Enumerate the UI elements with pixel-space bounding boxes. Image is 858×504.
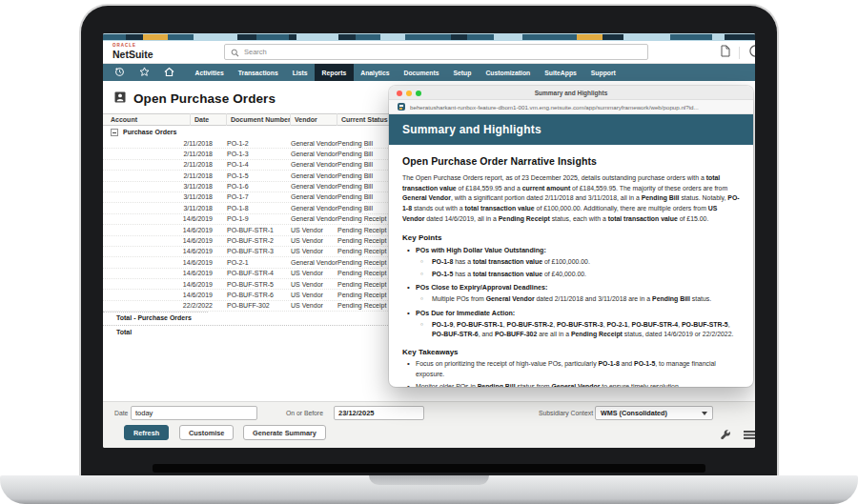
date-label: Date bbox=[114, 410, 128, 416]
cell-ven: General Vendor bbox=[291, 215, 337, 222]
cell-date: 3/11/2018 bbox=[153, 183, 213, 190]
table-row[interactable]: 3/11/2018PO-1-8General VendorPending Bil… bbox=[103, 203, 392, 213]
chevron-down-icon bbox=[702, 412, 707, 415]
refresh-button[interactable]: Refresh bbox=[124, 425, 169, 440]
cell-doc: PO-1-8 bbox=[227, 205, 249, 212]
customise-button[interactable]: Customise bbox=[179, 425, 234, 440]
popup-titlebar[interactable]: Summary and Highlights bbox=[389, 86, 753, 100]
table-header-row: AccountDateDocument NumberVendorCurrent … bbox=[103, 113, 392, 126]
wrench-icon[interactable] bbox=[721, 427, 731, 444]
generate-summary-button[interactable]: Generate Summary bbox=[243, 425, 326, 440]
netsuite-screen: ORACLE NetSuite bbox=[103, 33, 755, 448]
cell-date: 3/11/2018 bbox=[153, 193, 213, 200]
cell-ven: US Vendor bbox=[291, 237, 323, 244]
cell-ven: US Vendor bbox=[291, 281, 323, 288]
table-row[interactable]: 2/11/2018PO-1-3General VendorPending Bil… bbox=[103, 149, 392, 159]
help-icon[interactable] bbox=[748, 44, 755, 62]
cell-date: 2/11/2018 bbox=[153, 151, 213, 157]
total-group-row: Total - Purchase Orders bbox=[103, 312, 208, 325]
key-point-sub: Multiple POs from General Vendor dated 2… bbox=[402, 294, 740, 304]
table-row[interactable]: 2/11/2018PO-1-5General VendorPending Bil… bbox=[103, 171, 392, 181]
cell-ven: General Vendor bbox=[291, 205, 337, 212]
cell-status: Pending Receipt bbox=[337, 215, 386, 222]
summary-popup-window: Summary and Highlights beheratusharkant-… bbox=[389, 86, 753, 387]
header-divider bbox=[739, 47, 740, 59]
report-person-icon bbox=[114, 90, 126, 107]
nav-item-reports[interactable]: Reports bbox=[315, 64, 354, 81]
nav-item-activities[interactable]: Activities bbox=[188, 64, 231, 81]
nav-item-transactions[interactable]: Transactions bbox=[231, 64, 285, 81]
popup-header: Summary and Highlights bbox=[389, 114, 753, 145]
nav-item-analytics[interactable]: Analytics bbox=[354, 64, 397, 81]
nav-item-lists[interactable]: Lists bbox=[285, 64, 315, 81]
cell-date: 14/6/2019 bbox=[153, 248, 213, 254]
cell-doc: PO-1-3 bbox=[227, 151, 249, 157]
table-row[interactable]: 2/11/2018PO-1-2General VendorPending Bil… bbox=[103, 138, 392, 149]
key-takeaway: Monitor older POs in Pending Bill status… bbox=[402, 382, 740, 387]
column-header-date[interactable]: Date bbox=[190, 113, 226, 126]
netsuite-logo[interactable]: ORACLE NetSuite bbox=[112, 44, 153, 59]
date-input[interactable] bbox=[131, 406, 257, 420]
table-row[interactable]: 3/11/2018PO-1-6General VendorPending Bil… bbox=[103, 182, 392, 192]
cell-status: Pending Bill bbox=[337, 151, 373, 157]
cell-doc: PO-1-4 bbox=[227, 161, 249, 168]
table-row[interactable]: 3/11/2018PO-1-7General VendorPending Bil… bbox=[103, 192, 392, 203]
cell-date: 2/11/2018 bbox=[153, 161, 213, 168]
group-row-purchase-orders[interactable]: Purchase Orders bbox=[103, 126, 392, 138]
column-header-vendor[interactable]: Vendor bbox=[290, 113, 337, 126]
table-row[interactable]: 14/6/2019PO-BUF-STR-5US VendorPending Re… bbox=[103, 279, 392, 290]
search-input[interactable] bbox=[244, 48, 606, 56]
subsidiary-select[interactable]: WMS (Consolidated) bbox=[595, 406, 713, 420]
table-row[interactable]: 22/2/2022PO-BUFF-302US VendorPending Rec… bbox=[103, 301, 392, 312]
minimize-window-icon[interactable] bbox=[406, 91, 412, 96]
table-row[interactable]: 14/6/2019PO-BUF-STR-6US VendorPending Re… bbox=[103, 290, 392, 300]
key-point-sub: PO-1-9, PO-BUF-STR-1, PO-BUF-STR-2, PO-B… bbox=[402, 320, 740, 340]
zoom-window-icon[interactable] bbox=[416, 91, 421, 96]
cell-ven: US Vendor bbox=[291, 227, 323, 233]
cell-status: Pending Receipt bbox=[337, 292, 386, 298]
popup-body[interactable]: Open Purchase Order Narrative Insights T… bbox=[389, 145, 753, 387]
recents-icon[interactable] bbox=[114, 64, 125, 81]
table-row[interactable]: 14/6/2019PO-BUF-STR-1US VendorPending Re… bbox=[103, 225, 392, 235]
laptop-hinge bbox=[153, 464, 705, 473]
cell-date: 3/11/2018 bbox=[153, 205, 213, 212]
column-header-current-status[interactable]: Current Status bbox=[337, 113, 392, 126]
cell-doc: PO-BUFF-302 bbox=[227, 302, 270, 309]
print-list-icon[interactable] bbox=[743, 427, 755, 444]
cell-ven: General Vendor bbox=[291, 193, 337, 200]
key-points-heading: Key Points bbox=[402, 233, 740, 242]
table-row[interactable]: 14/6/2019PO-2-1General VendorPending Rec… bbox=[103, 257, 392, 268]
collapse-minus-icon[interactable] bbox=[111, 129, 118, 136]
table-row[interactable]: 2/11/2018PO-1-4General VendorPending Bil… bbox=[103, 160, 392, 171]
home-icon[interactable] bbox=[164, 64, 174, 81]
cell-status: Pending Receipt bbox=[337, 281, 386, 288]
column-header-document-number[interactable]: Document Number bbox=[226, 113, 290, 126]
global-search[interactable] bbox=[224, 44, 648, 60]
table-row[interactable]: 14/6/2019PO-BUF-STR-4US VendorPending Re… bbox=[103, 269, 392, 279]
close-window-icon[interactable] bbox=[397, 91, 402, 96]
nav-item-setup[interactable]: Setup bbox=[446, 64, 479, 81]
shortcuts-star-icon[interactable] bbox=[139, 64, 150, 81]
cell-ven: General Vendor bbox=[291, 172, 337, 179]
document-icon[interactable] bbox=[721, 44, 730, 61]
table-row[interactable]: 14/6/2019PO-BUF-STR-2US VendorPending Re… bbox=[103, 236, 392, 247]
netsuite-favicon bbox=[398, 103, 405, 111]
cell-date: 2/11/2018 bbox=[153, 172, 213, 179]
laptop-notch bbox=[369, 475, 489, 485]
nav-item-suiteapps[interactable]: SuiteApps bbox=[538, 64, 584, 81]
nav-item-documents[interactable]: Documents bbox=[397, 64, 446, 81]
column-header-account[interactable]: Account bbox=[103, 113, 190, 126]
cell-doc: PO-BUF-STR-2 bbox=[227, 237, 274, 244]
table-row[interactable]: 14/6/2019PO-BUF-STR-3US VendorPending Re… bbox=[103, 247, 392, 257]
table-row[interactable]: 14/6/2019PO-1-9General VendorPending Rec… bbox=[103, 214, 392, 225]
nav-item-support[interactable]: Support bbox=[583, 64, 623, 81]
cell-ven: General Vendor bbox=[291, 183, 337, 190]
search-icon bbox=[231, 44, 239, 61]
purchase-orders-table: AccountDateDocument NumberVendorCurrent … bbox=[103, 113, 392, 338]
cell-date: 14/6/2019 bbox=[153, 227, 213, 233]
nav-item-customization[interactable]: Customization bbox=[479, 64, 538, 81]
popup-url-bar[interactable]: beheratusharkant-runbox-feature-dbom1-00… bbox=[389, 100, 753, 114]
popup-url: beheratusharkant-runbox-feature-dbom1-00… bbox=[410, 104, 699, 111]
on-or-before-input[interactable] bbox=[334, 406, 424, 420]
laptop-base bbox=[0, 475, 858, 504]
